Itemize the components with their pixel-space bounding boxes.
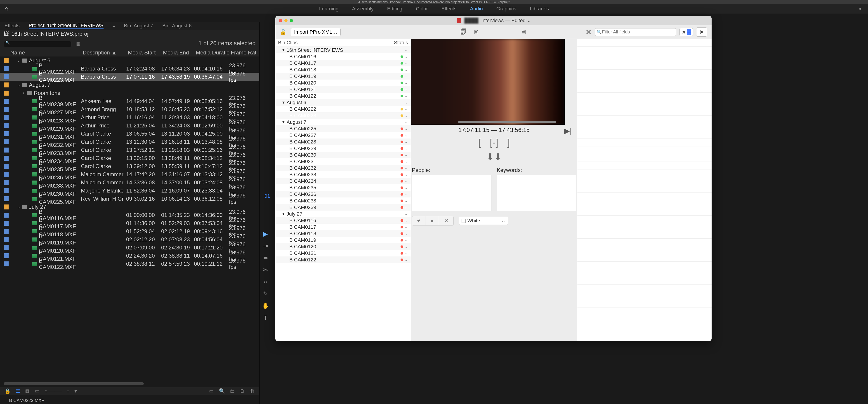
project-search-input[interactable] — [4, 41, 71, 47]
type-tool-icon[interactable]: T — [264, 314, 268, 321]
ws-libraries[interactable]: Libraries — [530, 6, 549, 12]
notes-pane[interactable] — [577, 39, 712, 341]
status-chevron-icon[interactable]: ⌄ — [405, 225, 408, 229]
status-chevron-icon[interactable]: ⌄ — [405, 238, 408, 242]
slip-tool-icon[interactable]: ↔ — [263, 278, 269, 285]
project-rows[interactable]: ⌄August 6B CAM0222.MXFBarbara Cross17:02… — [0, 57, 259, 380]
tree-group[interactable]: ▼August 6⌄ — [275, 99, 411, 106]
label-color[interactable] — [4, 164, 8, 169]
label-color[interactable] — [4, 205, 8, 210]
track-select-tool-icon[interactable]: ⇥ — [263, 243, 268, 249]
label-color[interactable] — [4, 180, 8, 185]
h-scrollbar[interactable] — [4, 381, 256, 386]
tab-project[interactable]: Project: 16th Street INTERVIEWS — [29, 23, 103, 29]
rw-lock-icon[interactable]: 🔒 — [4, 388, 11, 394]
label-color[interactable] — [4, 74, 8, 79]
tree-clip[interactable]: B CAM0118⌄ — [275, 66, 411, 73]
tab-effects[interactable]: Effects — [4, 23, 20, 29]
tree-clip[interactable]: B CAM0120⌄ — [275, 80, 411, 86]
label-color[interactable] — [4, 107, 8, 112]
clip-row[interactable]: B CAM0223.MXFBarbara Cross17:07:11:1617:… — [0, 73, 259, 81]
clip-tree[interactable]: Bin ClipsStatus ▼16th Street INTERVIEWS⌄… — [275, 39, 411, 341]
reject-icon[interactable]: ✕ — [439, 216, 454, 225]
tree-clip[interactable]: B CAM0116⌄ — [275, 217, 411, 224]
status-chevron-icon[interactable]: ⌄ — [405, 146, 408, 151]
tree-clip[interactable]: B CAM0236⌄ — [275, 191, 411, 197]
label-color[interactable] — [4, 99, 8, 104]
tree-clip[interactable]: B CAM0227⌄ — [275, 132, 411, 138]
ws-assembly[interactable]: Assembly — [352, 6, 373, 12]
status-chevron-icon[interactable]: ⌄ — [405, 218, 408, 223]
pen-tool-icon[interactable]: ✎ — [263, 290, 268, 297]
status-chevron-icon[interactable]: ⌄ — [405, 198, 408, 203]
tree-clip[interactable]: B CAM0225⌄ — [275, 125, 411, 132]
tab-bin-aug7[interactable]: Bin: August 7 — [124, 23, 153, 29]
tree-clip[interactable]: B CAM0234⌄ — [275, 178, 411, 184]
label-color[interactable] — [4, 221, 8, 226]
label-color[interactable] — [4, 91, 8, 96]
tree-clip[interactable]: B CAM0235⌄ — [275, 184, 411, 191]
label-color[interactable] — [4, 131, 8, 136]
status-chevron-icon[interactable]: ⌄ — [405, 192, 408, 196]
tree-group[interactable]: ▼16th Street INTERVIEWS⌄ — [275, 47, 411, 53]
tree-clip[interactable]: B CAM0121⌄ — [275, 250, 411, 256]
tree-clip[interactable]: B CAM0222⌄ — [275, 106, 411, 112]
mark-in-icon[interactable]: [ — [478, 137, 481, 148]
zoom-slider[interactable]: ○──── — [44, 388, 62, 394]
close-icon[interactable] — [279, 19, 282, 22]
label-color[interactable] — [4, 148, 8, 153]
label-color[interactable] — [4, 229, 8, 234]
tree-clip[interactable]: B CAM0117⌄ — [275, 224, 411, 230]
document-proxy-icon[interactable] — [457, 18, 461, 23]
tree-clip[interactable]: B CAM0230⌄ — [275, 152, 411, 158]
clip-row[interactable]: B CAM0225.MXFRev. William H Gr09:30:02:1… — [0, 195, 259, 203]
status-chevron-icon[interactable]: ⌄ — [405, 231, 408, 236]
status-chevron-icon[interactable]: ⌄ — [405, 179, 408, 183]
folder-row[interactable]: ⌄August 7 — [0, 81, 259, 89]
tree-clip[interactable]: B CAM0232⌄ — [275, 165, 411, 171]
tree-clip[interactable]: B CAM0121⌄ — [275, 86, 411, 93]
copy-icon[interactable]: 🗐 — [460, 28, 467, 36]
tree-clip[interactable]: B CAM0116⌄ — [275, 53, 411, 60]
status-chevron-icon[interactable]: ⌄ — [405, 100, 408, 104]
status-chevron-icon[interactable]: ⌄ — [405, 120, 408, 124]
insert-below-icon[interactable]: ⬇⬇ — [487, 152, 502, 162]
favorite-icon[interactable]: ♥ — [412, 216, 426, 225]
tab-bin-aug6[interactable]: Bin: August 6 — [162, 23, 192, 29]
status-chevron-icon[interactable]: ⌄ — [405, 166, 408, 170]
mark-out-icon[interactable]: ] — [507, 137, 510, 148]
status-chevron-icon[interactable]: ⌄ — [405, 139, 408, 144]
find-icon[interactable]: 🔍 — [219, 388, 225, 394]
tree-clip[interactable]: B CAM0118⌄ — [275, 230, 411, 237]
video-thumbnail[interactable] — [411, 39, 565, 125]
filter-icon[interactable]: ▦ — [76, 41, 81, 46]
label-color[interactable] — [4, 139, 8, 145]
label-color[interactable] — [4, 58, 8, 63]
status-chevron-icon[interactable]: ⌄ — [405, 186, 408, 190]
zoom-icon[interactable] — [290, 19, 293, 22]
display-icon[interactable]: 🖥 — [520, 28, 527, 36]
clear-x-icon[interactable]: ✕ — [585, 28, 592, 37]
status-chevron-icon[interactable]: ⌄ — [405, 94, 408, 98]
label-color[interactable] — [4, 253, 8, 258]
disclosure-icon[interactable]: ▼ — [282, 100, 285, 104]
label-color[interactable] — [4, 83, 8, 88]
tree-clip[interactable]: B CAM0231⌄ — [275, 158, 411, 165]
tree-clip[interactable]: B CAM0223⌄ — [275, 112, 411, 119]
ws-audio[interactable]: Audio — [470, 6, 483, 12]
disclosure-icon[interactable]: ▼ — [282, 48, 285, 52]
label-color[interactable] — [4, 213, 8, 218]
rating-segmented[interactable]: ♥ ● ✕ — [412, 216, 454, 225]
status-chevron-icon[interactable]: ⌄ — [405, 212, 408, 216]
tab-menu-icon[interactable]: ≡ — [113, 24, 115, 28]
color-label-select[interactable]: White ⌄ — [459, 217, 508, 225]
label-color[interactable] — [4, 188, 8, 193]
auto-icon[interactable]: ▾ — [74, 388, 77, 394]
tree-clip[interactable]: B CAM0228⌄ — [275, 138, 411, 145]
label-color[interactable] — [4, 123, 8, 128]
tree-clip[interactable]: B CAM0120⌄ — [275, 243, 411, 250]
label-color[interactable] — [4, 156, 8, 161]
razor-tool-icon[interactable]: ✂ — [263, 267, 268, 273]
status-chevron-icon[interactable]: ⌄ — [405, 159, 408, 164]
ws-graphics[interactable]: Graphics — [496, 6, 516, 12]
